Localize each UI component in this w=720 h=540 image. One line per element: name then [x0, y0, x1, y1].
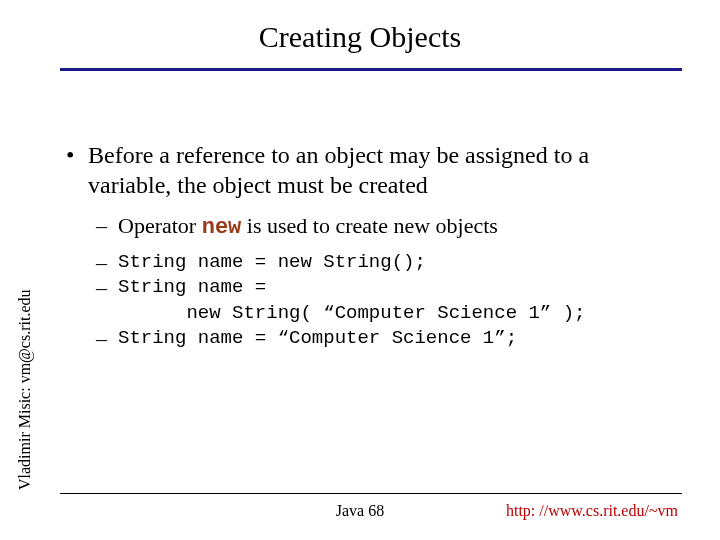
- bullet1-text: Before a reference to an object may be a…: [88, 142, 589, 198]
- bullet-level2: – Operator new is used to create new obj…: [118, 212, 672, 242]
- code-line-1: –String name = new String();: [118, 250, 672, 276]
- content-area: • Before a reference to an object may be…: [88, 140, 672, 352]
- bullet2-pre: Operator: [118, 213, 202, 238]
- slide-title: Creating Objects: [0, 0, 720, 68]
- bullet-dot: •: [66, 140, 74, 170]
- bullet-level1: • Before a reference to an object may be…: [88, 140, 672, 200]
- code-text-1: String name = new String();: [118, 251, 426, 273]
- code-block: –String name = new String(); –String nam…: [118, 250, 672, 353]
- footer-rule: [60, 493, 682, 494]
- keyword-new: new: [202, 215, 242, 240]
- code-text-2: String name =: [118, 276, 266, 298]
- author-sidetext: Vladimir Misic: vm@cs.rit.edu: [16, 290, 34, 490]
- code-line-3: new String( “Computer Science 1” );: [118, 301, 672, 327]
- title-rule: [60, 68, 682, 71]
- bullet-dash: –: [96, 212, 107, 240]
- code-line-2: –String name =: [118, 275, 672, 301]
- code-dash: –: [96, 273, 107, 303]
- code-line-4: –String name = “Computer Science 1”;: [118, 326, 672, 352]
- slide: Creating Objects • Before a reference to…: [0, 0, 720, 540]
- code-text-3: new String( “Computer Science 1” );: [118, 302, 585, 324]
- code-dash: –: [96, 324, 107, 354]
- footer-url: http: //www.cs.rit.edu/~vm: [506, 502, 678, 520]
- bullet2-post: is used to create new objects: [241, 213, 498, 238]
- code-text-4: String name = “Computer Science 1”;: [118, 327, 517, 349]
